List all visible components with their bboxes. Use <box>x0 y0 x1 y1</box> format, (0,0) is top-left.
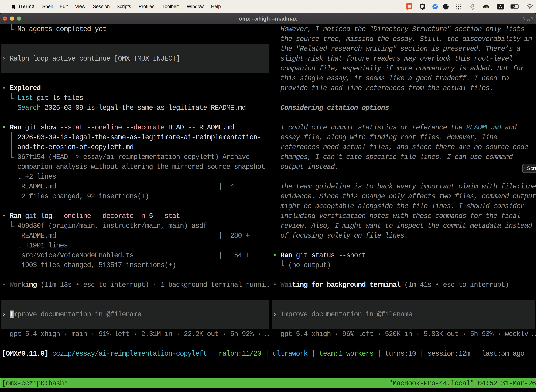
svg-text:..61: ..61 <box>484 6 488 8</box>
